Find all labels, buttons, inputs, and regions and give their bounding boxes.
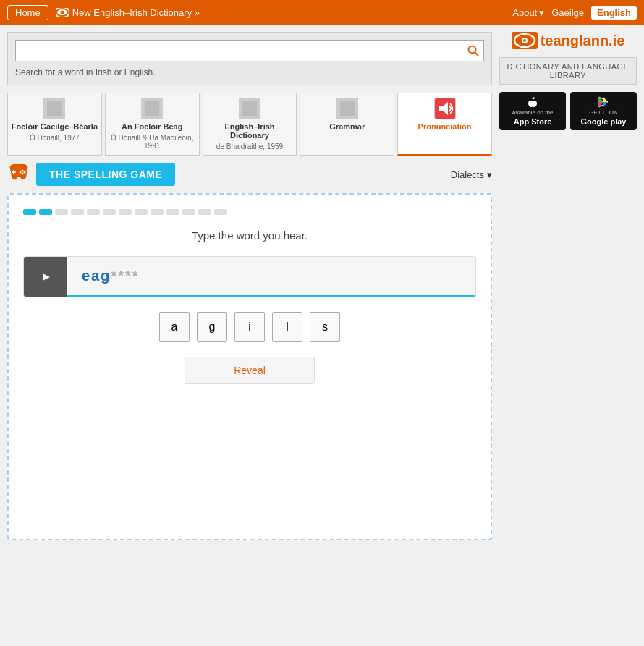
search-box-container: Search for a word in Irish or English. (7, 32, 492, 85)
tab-title-pronunciation: Pronunciation (418, 122, 472, 131)
dict-lib-label: DICTIONARY AND LANGUAGE LIBRARY (499, 57, 637, 85)
dialects-button[interactable]: Dialects ▾ (451, 169, 492, 180)
letter-choice-i[interactable]: i (234, 312, 265, 342)
svg-point-12 (24, 171, 26, 174)
word-correct-letters: eag (82, 268, 111, 284)
letter-choice-s[interactable]: s (310, 312, 340, 342)
tab-english-irish[interactable]: English–Irish Dictionary de Bhaldraithe,… (203, 93, 297, 156)
svg-point-14 (20, 171, 22, 174)
game-left: THE SPELLING GAME (7, 163, 175, 186)
svg-rect-10 (12, 171, 16, 173)
letter-choices: a g i l s (23, 312, 476, 342)
svg-point-2 (469, 46, 476, 54)
progress-dot-1 (23, 209, 36, 215)
tab-grammar[interactable]: Grammar (300, 93, 394, 156)
grammar-icon (340, 101, 355, 116)
tab-icon-english-irish (239, 98, 260, 119)
gamepad-svg (7, 163, 30, 182)
tab-title-focloir: Foclóir Gaeilge–Béarla (12, 122, 98, 131)
letter-choice-a[interactable]: a (159, 312, 190, 342)
brand-text: teanglann.ie (541, 33, 625, 49)
tab-title-beag: An Foclóir Beag (122, 122, 182, 131)
brand-icon (512, 32, 538, 49)
reveal-button[interactable]: Reveal (185, 357, 315, 384)
svg-rect-4 (47, 101, 62, 116)
progress-dot-13 (214, 209, 227, 215)
main-container: Search for a word in Irish or English. F… (0, 25, 644, 548)
dict-tabs: Foclóir Gaeilge–Béarla Ó Dónaill, 1977 A… (7, 93, 492, 156)
app-store-button[interactable]: Available on the App Store (499, 92, 566, 130)
word-hidden-letters: **** (111, 268, 139, 284)
google-play-button[interactable]: GET IT ON Google play (570, 92, 637, 130)
tab-subtitle-focloir: Ó Dónaill, 1977 (30, 134, 80, 142)
home-button[interactable]: Home (7, 5, 48, 20)
progress-dot-5 (87, 209, 100, 215)
brand-logo: teanglann.ie (499, 32, 637, 51)
tab-pronunciation[interactable]: Pronunciation (397, 93, 492, 156)
speaker-play-icon (37, 268, 54, 286)
game-area: Type the word you hear. eag**** a g i (7, 193, 492, 540)
tab-focloir-gaeilge-bearla[interactable]: Foclóir Gaeilge–Béarla Ó Dónaill, 1977 (7, 93, 102, 156)
left-column: Search for a word in Irish or English. F… (7, 32, 492, 540)
english-button[interactable]: English (591, 6, 637, 20)
search-button[interactable] (463, 41, 483, 61)
app-buttons: Available on the App Store GET IT ON Goo… (499, 92, 637, 130)
site-title-icon (56, 8, 69, 17)
svg-rect-5 (145, 101, 159, 116)
site-title: New English–Irish Dictionary » (56, 7, 200, 18)
letter-choice-g[interactable]: g (197, 312, 227, 342)
svg-point-20 (523, 39, 526, 42)
right-column: teanglann.ie DICTIONARY AND LANGUAGE LIB… (492, 32, 637, 540)
svg-marker-8 (439, 102, 448, 115)
tab-icon-beag (141, 98, 163, 119)
gaeilge-button[interactable]: Gaeilge (551, 7, 584, 18)
tab-subtitle-beag: Ó Dónaill & Ua Maoileoin, 1991 (109, 134, 196, 150)
svg-point-11 (22, 170, 24, 172)
book-icon2 (145, 101, 159, 116)
progress-dot-6 (103, 209, 116, 215)
progress-dot-3 (55, 209, 68, 215)
tab-title-english-irish: English–Irish Dictionary (206, 122, 294, 140)
svg-marker-24 (603, 97, 608, 102)
app-store-name: App Store (514, 117, 552, 126)
eye-icon (56, 8, 69, 17)
tab-icon-pronunciation (434, 98, 456, 119)
search-input[interactable] (16, 41, 463, 61)
tab-subtitle-english-irish: de Bhaldraithe, 1959 (216, 143, 283, 150)
tab-icon-grammar (336, 98, 358, 119)
svg-marker-25 (603, 102, 608, 107)
svg-point-13 (22, 173, 24, 175)
gamepad-icon (7, 163, 30, 186)
site-title-text: New English–Irish Dictionary » (72, 7, 200, 18)
search-icon (467, 45, 479, 56)
progress-dot-4 (71, 209, 84, 215)
progress-bar (23, 209, 476, 215)
progress-dot-9 (151, 209, 164, 215)
speaker-icon (436, 101, 454, 116)
book-icon3 (242, 101, 257, 116)
app-store-top: Available on the (512, 109, 554, 116)
google-play-icon (598, 96, 609, 108)
letter-choice-l[interactable]: l (272, 312, 302, 342)
header-right: About ▾ Gaeilge English (512, 6, 637, 20)
search-hint: Search for a word in Irish or English. (15, 67, 155, 77)
google-play-name: Google play (581, 117, 627, 126)
progress-dot-8 (135, 209, 148, 215)
svg-rect-6 (242, 101, 257, 116)
tab-icon-focloir (43, 98, 65, 119)
spelling-game-button[interactable]: THE SPELLING GAME (36, 163, 175, 186)
audio-button[interactable] (24, 257, 67, 297)
progress-dot-11 (182, 209, 195, 215)
book-icon (47, 101, 62, 116)
progress-dot-12 (198, 209, 211, 215)
progress-dot-10 (166, 209, 179, 215)
svg-line-3 (475, 53, 479, 56)
about-button[interactable]: About ▾ (512, 7, 544, 18)
game-instruction: Type the word you hear. (23, 229, 476, 242)
svg-rect-7 (340, 101, 355, 116)
tab-an-focloir-beag[interactable]: An Foclóir Beag Ó Dónaill & Ua Maoileoin… (105, 93, 200, 156)
progress-dot-7 (119, 209, 132, 215)
tab-title-grammar: Grammar (329, 122, 365, 131)
game-section: THE SPELLING GAME Dialects ▾ (7, 163, 492, 186)
word-display: eag**** (23, 256, 476, 297)
